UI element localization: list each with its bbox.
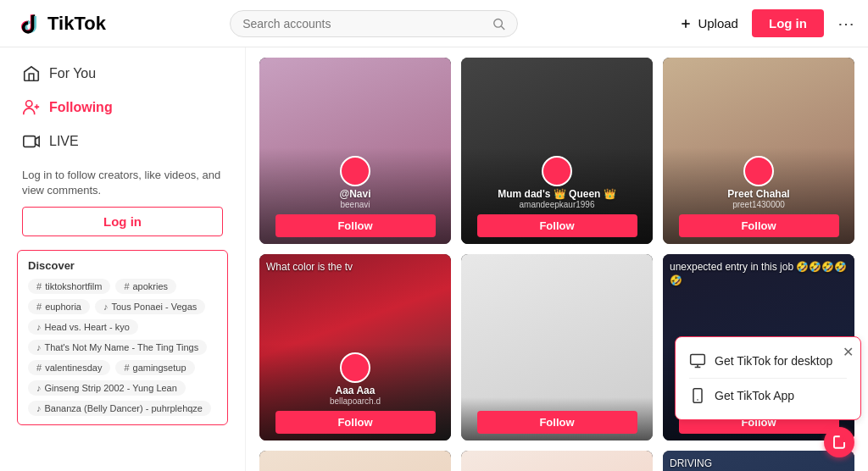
music-icon: ♪ (36, 322, 42, 332)
logo-area: TikTok (14, 8, 149, 39)
video-thumbnail: Mum dad's 👑 Queen 👑amandeepkaur1996Follo… (461, 58, 653, 244)
tag-label: That's Not My Name - The Ting Tings (45, 342, 199, 352)
header-login-button[interactable]: Log in (752, 9, 824, 37)
follow-button[interactable]: Follow (679, 214, 839, 237)
svg-rect-7 (691, 355, 705, 365)
main-layout: For You Following LIVE Log in to follow … (0, 47, 868, 471)
sidebar-following-label: Following (49, 100, 113, 115)
video-card[interactable]: Follow (461, 451, 653, 471)
sidebar-nav: For You Following LIVE (14, 58, 231, 158)
popup-desktop-label: Get TikTok for desktop (715, 354, 832, 368)
header: TikTok Upload Log in ⋯ (0, 0, 868, 47)
sidebar-item-following[interactable]: Following (14, 91, 231, 124)
sidebar-for-you-label: For You (49, 66, 96, 81)
video-thumbnail: What color is the tvAaa Aaabellapoarch.d… (259, 254, 451, 441)
svg-rect-10 (693, 389, 702, 403)
discover-tag[interactable]: #valentinesday (28, 360, 110, 375)
popup-close-button[interactable]: ✕ (843, 344, 854, 360)
logo-text: TikTok (47, 13, 106, 35)
tag-label: valentinesday (45, 363, 102, 373)
search-input[interactable] (242, 17, 484, 30)
content-area: @NavibeenaviFollowMum dad's 👑 Queen 👑ama… (246, 47, 868, 471)
header-actions: Upload Log in ⋯ (679, 9, 854, 37)
video-card[interactable]: @NavibeenaviFollow (259, 58, 451, 244)
discover-tag[interactable]: #gamingsetup (115, 360, 194, 375)
popup-app-label: Get TikTok App (715, 389, 794, 402)
video-avatar (743, 156, 774, 186)
video-label: unexpected entry in this job 🤣🤣🤣🤣🤣 (670, 261, 848, 287)
tag-label: Bananza (Belly Dancer) - puhrplehqze (45, 403, 203, 413)
svg-point-5 (26, 101, 32, 107)
sidebar: For You Following LIVE Log in to follow … (0, 47, 246, 471)
discover-tag[interactable]: ♪Bananza (Belly Dancer) - puhrplehqze (28, 401, 211, 416)
popup-desktop-item[interactable]: Get TikTok for desktop (689, 347, 847, 374)
video-avatar (542, 156, 572, 186)
svg-rect-6 (24, 136, 36, 147)
popup-app-item[interactable]: Get TikTok App (689, 382, 847, 409)
tag-label: Head vs. Heart - kyo (45, 322, 130, 332)
live-icon (22, 132, 41, 151)
video-label: DRIVING (670, 457, 848, 471)
discover-tag[interactable]: #apokries (115, 279, 176, 294)
svg-point-12 (841, 436, 845, 441)
music-icon: ♪ (36, 342, 42, 352)
more-options-button[interactable]: ⋯ (837, 14, 854, 34)
popup-divider (689, 378, 847, 379)
discover-tag[interactable]: ♪Head vs. Heart - kyo (28, 319, 138, 335)
sidebar-item-for-you[interactable]: For You (14, 58, 231, 90)
follow-button[interactable]: Follow (275, 411, 436, 434)
fab-icon (832, 435, 847, 450)
video-card[interactable]: Follow (461, 254, 653, 441)
upload-button[interactable]: Upload (679, 16, 738, 30)
video-username: @Navi (266, 188, 444, 200)
tag-label: Ginseng Strip 2002 - Yung Lean (45, 383, 177, 393)
video-overlay: Aaa Aaabellapoarch.dFollow (259, 344, 451, 441)
music-icon: ♪ (36, 383, 42, 393)
desktop-popup: ✕ Get TikTok for desktop Get TikTok App (675, 336, 861, 420)
video-thumbnail: Preet Chahalpreet1430000Follow (663, 58, 854, 244)
home-icon (22, 64, 41, 83)
follow-button[interactable]: Follow (477, 214, 637, 237)
follow-button[interactable]: Follow (477, 411, 637, 434)
sidebar-item-live[interactable]: LIVE (14, 125, 231, 158)
video-overlay: Mum dad's 👑 Queen 👑amandeepkaur1996Follo… (461, 147, 653, 244)
mobile-icon (689, 387, 706, 404)
video-username: Mum dad's 👑 Queen 👑 (468, 188, 646, 200)
sidebar-login-button[interactable]: Log in (22, 207, 223, 236)
fab-button[interactable] (824, 427, 854, 457)
video-label: What color is the tv (266, 261, 444, 274)
discover-section: Discover #tiktokshortfilm#apokries#eupho… (17, 250, 228, 425)
search-icon (492, 16, 506, 31)
tag-label: euphoria (45, 302, 81, 312)
discover-tag[interactable]: #euphoria (28, 299, 90, 314)
monitor-icon (689, 352, 706, 369)
search-bar[interactable] (230, 10, 518, 37)
video-card[interactable]: Follow (259, 451, 451, 471)
hashtag-icon: # (124, 281, 129, 291)
music-icon: ♪ (103, 302, 108, 312)
music-icon: ♪ (36, 403, 42, 413)
tag-label: apokries (133, 281, 169, 291)
video-overlay: Preet Chahalpreet1430000Follow (663, 147, 854, 244)
hashtag-icon: # (36, 363, 42, 373)
video-card[interactable]: DRIVINGFollow (663, 451, 854, 471)
discover-tag[interactable]: ♪That's Not My Name - The Ting Tings (28, 340, 207, 355)
video-card[interactable]: What color is the tvAaa Aaabellapoarch.d… (259, 254, 451, 441)
tiktok-logo-icon (14, 8, 44, 39)
discover-tag[interactable]: ♪Ginseng Strip 2002 - Yung Lean (28, 380, 186, 396)
video-thumbnail: Follow (461, 451, 653, 471)
follow-button[interactable]: Follow (275, 214, 436, 237)
video-handle: preet1430000 (670, 200, 848, 209)
video-avatar (340, 156, 370, 186)
video-thumbnail: Follow (259, 451, 451, 471)
login-prompt-text: Log in to follow creators, like videos, … (22, 168, 223, 198)
video-thumbnail: DRIVINGFollow (663, 451, 854, 471)
video-overlay: @NavibeenaviFollow (259, 147, 451, 244)
discover-tag[interactable]: #tiktokshortfilm (28, 279, 110, 294)
video-card[interactable]: Preet Chahalpreet1430000Follow (663, 58, 854, 244)
hashtag-icon: # (124, 363, 129, 373)
discover-tag[interactable]: ♪Tous Ponaei - Vegas (95, 299, 205, 314)
video-card[interactable]: Mum dad's 👑 Queen 👑amandeepkaur1996Follo… (461, 58, 653, 244)
video-overlay: Follow (461, 397, 653, 441)
video-username: Preet Chahal (670, 188, 848, 200)
